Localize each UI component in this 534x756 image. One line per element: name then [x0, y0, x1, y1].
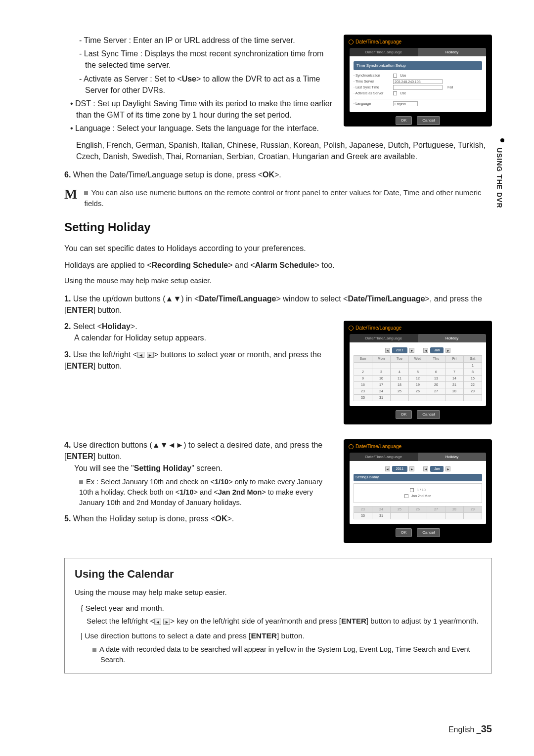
year-prev-button[interactable]: ◄	[385, 348, 390, 353]
tab-datetime[interactable]: Date/Time/Language	[350, 48, 418, 57]
step-6: 6. When the Date/Time/Language setup is …	[64, 169, 492, 180]
top-left-text: Time Server : Enter an IP or URL address…	[64, 35, 334, 136]
month-prev-button[interactable]: ◄	[423, 466, 428, 471]
steps-4-5-text: 4. Use direction buttons (▲▼◄►) to selec…	[64, 439, 334, 543]
left-arrow-icon: ◄	[154, 619, 161, 625]
right-arrow-icon: ►	[163, 619, 170, 625]
bullet-item: DST : Set up Daylight Saving Time with i…	[70, 98, 334, 121]
page-footer: English _35	[448, 722, 492, 736]
calendar-heading: Using the Calendar	[75, 566, 482, 582]
row-sync: · SynchronizationUse	[354, 73, 482, 78]
steps-2-3-row: 2. Select <Holiday>.A calendar for Holid…	[64, 321, 492, 424]
note-text: You can also use numeric buttons on the …	[84, 187, 492, 209]
note-icon: M	[64, 187, 77, 209]
dash-item: Activate as Server : Set to <Use> to all…	[79, 73, 334, 96]
year-prev-button[interactable]: ◄	[385, 466, 390, 471]
calendar-item-1: { Select year and month.	[81, 603, 482, 614]
note-row: M You can also use numeric buttons on th…	[64, 187, 492, 209]
calendar-item-2: | Use direction buttons to select a date…	[81, 630, 482, 641]
panel-setting-holiday: Date/Time/Language Date/Time/LanguageHol…	[344, 439, 492, 543]
panel-title-row: Date/Time/Language	[347, 38, 489, 47]
left-arrow-icon: ◄	[137, 352, 144, 358]
cancel-button[interactable]: Cancel	[417, 116, 440, 125]
panel-title: Date/Time/Language	[356, 39, 401, 46]
tab-holiday[interactable]: Holiday	[418, 48, 486, 57]
ok-button[interactable]: OK	[396, 410, 412, 419]
panel-body: Time Synchronization Setup · Synchroniza…	[350, 56, 486, 112]
checkbox-icon[interactable]	[410, 488, 414, 492]
step-4-example: Ex : Select January 10th and check on <1…	[79, 477, 334, 508]
step-3: 3. Use the left/right <◄ ►> buttons to s…	[64, 349, 334, 372]
language-input[interactable]: English	[393, 101, 418, 106]
calendar-table[interactable]: SunMonTueWedThuFriSat 1 2345678 91011121…	[354, 355, 482, 401]
cancel-button[interactable]: Cancel	[417, 410, 440, 419]
time-server-list: Time Server : Enter an IP or URL address…	[64, 35, 334, 96]
using-calendar-box: Using the Calendar Using the mouse may h…	[64, 558, 492, 673]
holiday-intro2: Holidays are applied to <Recording Sched…	[64, 259, 492, 271]
mouse-note: Using the mouse may help make setup easi…	[64, 276, 492, 286]
last-sync-input[interactable]	[393, 85, 443, 90]
ok-button[interactable]: OK	[396, 116, 412, 125]
checkbox-icon[interactable]	[393, 91, 397, 95]
right-arrow-icon: ►	[147, 352, 154, 358]
partial-calendar: 23242526272829 3031	[354, 506, 482, 519]
panel-calendar: Date/Time/Language Date/Time/LanguageHol…	[344, 321, 492, 424]
calendar-mouse-note: Using the mouse may help make setup easi…	[75, 587, 482, 598]
panel-tabs: Date/Time/Language Holiday	[350, 48, 486, 57]
tab-holiday[interactable]: Holiday	[418, 453, 486, 462]
steps-2-3-text: 2. Select <Holiday>.A calendar for Holid…	[64, 321, 334, 424]
row-activate: · Activate as ServerUse	[354, 91, 482, 96]
dash-item: Time Server : Enter an IP or URL address…	[79, 35, 334, 46]
ok-button[interactable]: OK	[396, 528, 412, 537]
holiday-intro1: You can set specific dates to Holidays a…	[64, 243, 492, 254]
side-tab-bullet	[500, 138, 504, 142]
year-next-button[interactable]: ►	[409, 466, 414, 471]
panel-buttons: OK Cancel	[347, 116, 489, 125]
step-2: 2. Select <Holiday>.A calendar for Holid…	[64, 321, 334, 343]
panel-time-sync: Date/Time/Language Date/Time/Language Ho…	[344, 35, 492, 126]
month-next-button[interactable]: ►	[445, 466, 450, 471]
side-tab: USING THE DVR	[494, 138, 504, 209]
row-lastsync: · Last Sync TimeFail	[354, 85, 482, 90]
steps-4-5-row: 4. Use direction buttons (▲▼◄►) to selec…	[64, 439, 492, 543]
calendar-nav: ◄2011► ◄Jan►	[354, 347, 482, 353]
tab-datetime[interactable]: Date/Time/Language	[350, 453, 418, 462]
setting-holiday-bar: Setting Holiday	[354, 474, 482, 481]
globe-icon	[349, 40, 354, 44]
bullet-list: DST : Set up Daylight Saving Time with i…	[64, 98, 334, 134]
square-bullet-icon	[92, 648, 96, 652]
checkbox-icon[interactable]	[393, 74, 397, 78]
globe-icon	[349, 326, 354, 331]
month-prev-button[interactable]: ◄	[423, 348, 428, 353]
step-5: 5. When the Holiday setup is done, press…	[64, 513, 334, 524]
calendar-item-2-note: A date with recorded data to be searched…	[92, 644, 482, 665]
row-language: · LanguageEnglish	[354, 99, 482, 106]
holiday-options: 1 / 10 Jan 2nd Mon	[354, 483, 482, 503]
square-bullet-icon	[84, 191, 88, 195]
year-next-button[interactable]: ►	[409, 348, 414, 353]
checkbox-icon[interactable]	[404, 494, 408, 498]
cancel-button[interactable]: Cancel	[417, 528, 440, 537]
month-next-button[interactable]: ►	[445, 348, 450, 353]
language-list: English, French, German, Spanish, Italia…	[76, 139, 492, 162]
square-bullet-icon	[79, 480, 83, 484]
bullet-item: Language : Select your language. Sets th…	[70, 123, 334, 134]
side-tab-text: USING THE DVR	[495, 148, 503, 209]
tab-datetime[interactable]: Date/Time/Language	[350, 334, 418, 343]
dash-item: Last Sync Time : Displays the most recen…	[79, 48, 334, 71]
heading-setting-holiday: Setting Holiday	[64, 219, 492, 236]
calendar-item-1-sub: Select the left/right <◄ ►> key on the l…	[87, 616, 482, 627]
top-section: Time Server : Enter an IP or URL address…	[64, 35, 492, 136]
row-timeserver: · Time Server203.248.240.103	[354, 79, 482, 84]
tab-holiday[interactable]: Holiday	[418, 334, 486, 343]
globe-icon	[349, 444, 354, 449]
time-server-input[interactable]: 203.248.240.103	[393, 79, 443, 84]
step-1: 1. Use the up/down buttons (▲▼) in <Date…	[64, 293, 492, 316]
sync-header: Time Synchronization Setup	[354, 61, 482, 70]
step-4: 4. Use direction buttons (▲▼◄►) to selec…	[64, 439, 334, 474]
